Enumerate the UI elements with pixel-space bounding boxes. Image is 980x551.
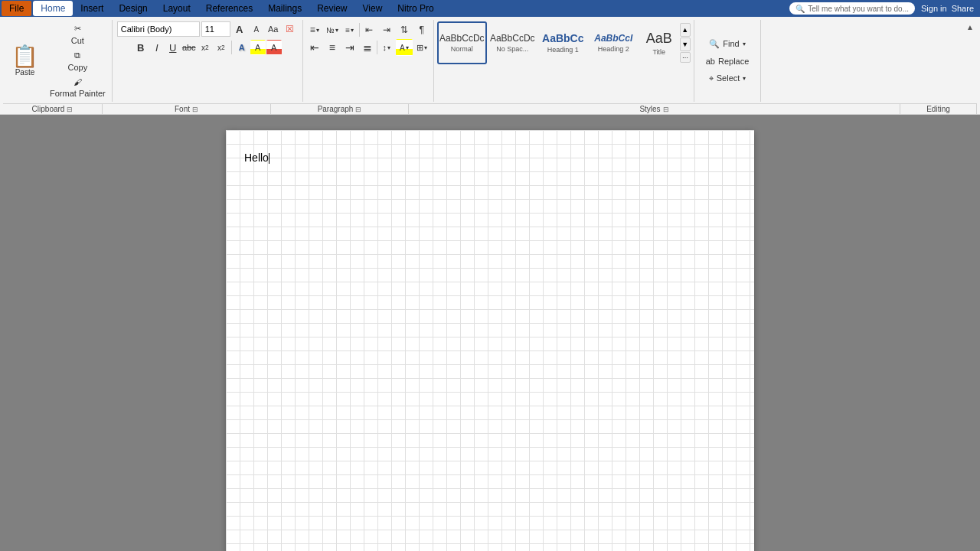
justify-button[interactable]: ≣ (359, 39, 376, 56)
copy-button[interactable]: ⧉ Copy (47, 48, 109, 74)
menu-references[interactable]: References (198, 1, 260, 16)
menu-layout[interactable]: Layout (155, 1, 198, 16)
numbering-button[interactable]: №▾ (324, 21, 341, 38)
style-normal-label: Normal (451, 45, 473, 53)
font-name-row: A A Aa ☒ (117, 21, 298, 37)
highlight-color-button[interactable]: A (250, 40, 266, 55)
subscript-button[interactable]: x2 (198, 40, 213, 55)
styles-scroll-up[interactable]: ▲ (680, 23, 691, 37)
style-normal[interactable]: AaBbCcDc Normal (437, 21, 487, 64)
styles-label: Styles ⊟ (409, 104, 900, 114)
find-dropdown[interactable]: ▾ (743, 41, 746, 47)
signin-area: Sign in Share (921, 4, 974, 13)
style-title-preview: AaB (646, 31, 672, 47)
para-row-1: ≡▾ №▾ ≡▾ ⇤ ⇥ ⇅ ¶ (306, 21, 430, 38)
styles-scroll: ▲ ▼ ⋯ (680, 23, 691, 63)
borders-button[interactable]: ⊞▾ (413, 39, 430, 56)
ribbon-labels-row: Clipboard ⊟ Font ⊟ Paragraph ⊟ Styles ⊟ … (3, 103, 977, 114)
text-effects-button[interactable]: A (234, 40, 250, 55)
sort-button[interactable]: ⇅ (396, 21, 413, 38)
align-right-button[interactable]: ⇥ (341, 39, 358, 56)
replace-icon: ab (706, 57, 715, 66)
select-button[interactable]: ⌖ Select ▾ (704, 71, 752, 86)
format-painter-icon: 🖌 (74, 77, 82, 86)
format-painter-button[interactable]: 🖌 Format Painter (47, 75, 109, 100)
decrease-indent-button[interactable]: ⇤ (361, 21, 377, 38)
align-left-button[interactable]: ⇤ (306, 39, 323, 56)
shading-button[interactable]: A▾ (396, 39, 413, 56)
cut-button[interactable]: ✂ Cut (47, 21, 109, 47)
menu-file[interactable]: File (2, 1, 31, 16)
style-heading2[interactable]: AaBbCcI Heading 2 (589, 21, 639, 64)
share-button[interactable]: Share (952, 4, 974, 13)
page: Hello (226, 130, 754, 551)
style-heading2-label: Heading 2 (598, 45, 629, 53)
multilevel-button[interactable]: ≡▾ (341, 21, 358, 38)
paste-button[interactable]: 📋 Paste (6, 21, 44, 100)
styles-gallery: AaBbCcDc Normal AaBbCcDc No Spac... AaBb… (437, 21, 691, 64)
change-case-button[interactable]: Aa (266, 21, 281, 37)
separator-1 (231, 41, 232, 54)
line-spacing-button[interactable]: ↕▾ (378, 39, 395, 56)
increase-indent-button[interactable]: ⇥ (378, 21, 395, 38)
clipboard-expand[interactable]: ⊟ (67, 106, 73, 113)
clear-format-button[interactable]: ☒ (283, 21, 298, 37)
replace-button[interactable]: ab Replace (701, 54, 755, 68)
style-title[interactable]: AaB Title (639, 21, 679, 64)
cut-icon: ✂ (74, 24, 81, 34)
shrink-font-button[interactable]: A (249, 21, 264, 37)
menu-nitro[interactable]: Nitro Pro (390, 1, 441, 16)
collapse-ribbon-button[interactable]: ▲ (965, 21, 975, 33)
style-title-label: Title (652, 48, 665, 56)
ribbon-collapse: ▲ (963, 20, 977, 102)
menu-review[interactable]: Review (309, 1, 354, 16)
text-cursor (269, 153, 270, 164)
document-area[interactable]: Hello (0, 115, 980, 551)
font-expand[interactable]: ⊟ (192, 106, 198, 113)
style-heading2-preview: AaBbCcI (594, 33, 632, 44)
font-color-button[interactable]: A (266, 40, 282, 55)
paste-icon: 📋 (11, 46, 38, 67)
styles-more[interactable]: ⋯ (680, 52, 691, 63)
styles-scroll-down[interactable]: ▼ (680, 37, 691, 51)
bold-button[interactable]: B (133, 40, 149, 55)
center-button[interactable]: ≡ (324, 39, 341, 56)
document-text[interactable]: Hello (241, 145, 739, 170)
italic-button[interactable]: I (149, 40, 165, 55)
signin-button[interactable]: Sign in (921, 4, 947, 13)
select-icon: ⌖ (709, 73, 714, 83)
superscript-button[interactable]: x2 (214, 40, 229, 55)
page-content[interactable]: Hello (226, 130, 754, 185)
style-no-space[interactable]: AaBbCcDc No Spac... (488, 21, 537, 64)
underline-button[interactable]: U (165, 40, 181, 55)
copy-icon: ⧉ (74, 51, 80, 60)
find-icon: 🔍 (709, 39, 720, 49)
menu-design[interactable]: Design (111, 1, 155, 16)
font-format-row: B I U abc x2 x2 A A A (133, 40, 282, 55)
strikethrough-button[interactable]: abc (181, 40, 197, 55)
font-size-input[interactable] (201, 21, 230, 37)
clipboard-group: 📋 Paste ✂ Cut ⧉ Copy 🖌 Format Painter (3, 20, 113, 102)
find-button[interactable]: 🔍 Find ▾ (704, 37, 750, 51)
font-name-input[interactable] (117, 21, 200, 37)
select-dropdown[interactable]: ▾ (743, 75, 746, 82)
style-heading1[interactable]: AaBbCc Heading 1 (538, 21, 588, 64)
styles-expand[interactable]: ⊟ (663, 106, 669, 113)
separator-3 (377, 41, 377, 54)
clipboard-label: Clipboard ⊟ (3, 104, 103, 114)
menu-insert[interactable]: Insert (73, 1, 111, 16)
bullets-button[interactable]: ≡▾ (306, 21, 323, 38)
paragraph-expand[interactable]: ⊟ (355, 106, 361, 113)
tellme-label: Tell me what you want to do... (808, 5, 909, 13)
tellme-search[interactable]: 🔍 Tell me what you want to do... (789, 2, 915, 15)
separator-2 (359, 23, 360, 37)
menu-view[interactable]: View (355, 1, 390, 16)
show-hide-button[interactable]: ¶ (413, 21, 430, 38)
grow-font-button[interactable]: A (232, 21, 247, 37)
style-heading1-preview: AaBbCc (542, 32, 583, 44)
paragraph-label: Paragraph ⊟ (271, 104, 409, 114)
menu-mailings[interactable]: Mailings (260, 1, 309, 16)
menu-home[interactable]: Home (33, 1, 73, 16)
search-icon: 🔍 (795, 5, 805, 13)
styles-group: AaBbCcDc Normal AaBbCcDc No Spac... AaBb… (434, 20, 694, 102)
